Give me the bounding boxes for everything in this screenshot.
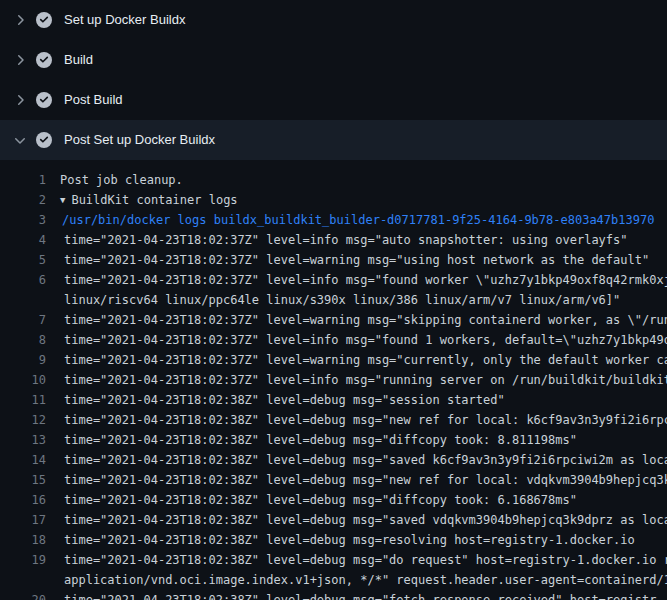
- line-number[interactable]: 10: [0, 370, 46, 390]
- line-number: [0, 290, 46, 310]
- log-line: 18time="2021-04-23T18:02:38Z" level=debu…: [0, 530, 667, 550]
- log-line: 5time="2021-04-23T18:02:37Z" level=warni…: [0, 250, 667, 270]
- log-line: 16time="2021-04-23T18:02:38Z" level=debu…: [0, 490, 667, 510]
- log-line: 6time="2021-04-23T18:02:37Z" level=info …: [0, 270, 667, 290]
- line-number[interactable]: 20: [0, 590, 46, 600]
- section-post-set-up-docker-buildx[interactable]: Post Set up Docker Buildx: [0, 120, 667, 160]
- section-set-up-docker-buildx[interactable]: Set up Docker Buildx: [0, 0, 667, 40]
- section-label: Post Set up Docker Buildx: [64, 132, 215, 148]
- log-group-label[interactable]: BuildKit container logs: [71, 190, 237, 210]
- success-check-icon: [36, 132, 52, 148]
- line-number[interactable]: 12: [0, 410, 46, 430]
- log-line: 7time="2021-04-23T18:02:37Z" level=warni…: [0, 310, 667, 330]
- line-number[interactable]: 4: [0, 230, 46, 250]
- section-build[interactable]: Build: [0, 40, 667, 80]
- log-text: time="2021-04-23T18:02:37Z" level=info m…: [60, 330, 667, 350]
- log-line: 3/usr/bin/docker logs buildx_buildkit_bu…: [0, 210, 667, 230]
- line-number[interactable]: 14: [0, 450, 46, 470]
- line-number[interactable]: 6: [0, 270, 46, 290]
- log-line: 1Post job cleanup.: [0, 170, 667, 190]
- line-number[interactable]: 17: [0, 510, 46, 530]
- log-text: Post job cleanup.: [60, 170, 183, 190]
- log-text: time="2021-04-23T18:02:38Z" level=debug …: [60, 590, 656, 600]
- log-line: 11time="2021-04-23T18:02:38Z" level=debu…: [0, 390, 667, 410]
- line-number[interactable]: 13: [0, 430, 46, 450]
- line-number[interactable]: 1: [0, 170, 46, 190]
- log-text: time="2021-04-23T18:02:37Z" level=info m…: [60, 230, 628, 250]
- log-line: 12time="2021-04-23T18:02:38Z" level=debu…: [0, 410, 667, 430]
- section-label: Build: [64, 52, 93, 68]
- log-line: 2▼BuildKit container logs: [0, 190, 667, 210]
- log-text: time="2021-04-23T18:02:38Z" level=debug …: [60, 450, 667, 470]
- log-text: time="2021-04-23T18:02:37Z" level=warnin…: [60, 350, 667, 370]
- line-number[interactable]: 16: [0, 490, 46, 510]
- workflow-log-viewer: Set up Docker Buildx Build Post Build Po…: [0, 0, 667, 600]
- chevron-down-icon[interactable]: [12, 132, 28, 148]
- line-number[interactable]: 7: [0, 310, 46, 330]
- log-text: time="2021-04-23T18:02:38Z" level=debug …: [60, 430, 577, 450]
- group-expanded-caret-icon[interactable]: ▼: [60, 190, 65, 210]
- log-line: linux/riscv64 linux/ppc64le linux/s390x …: [0, 290, 667, 310]
- log-text: time="2021-04-23T18:02:38Z" level=debug …: [60, 550, 667, 570]
- line-number: [0, 570, 46, 590]
- log-text: time="2021-04-23T18:02:38Z" level=debug …: [60, 390, 505, 410]
- line-number[interactable]: 15: [0, 470, 46, 490]
- log-command-text: /usr/bin/docker logs buildx_buildkit_bui…: [60, 210, 654, 230]
- chevron-right-icon[interactable]: [12, 92, 28, 108]
- log-text: time="2021-04-23T18:02:38Z" level=debug …: [60, 490, 577, 510]
- log-line: 9time="2021-04-23T18:02:37Z" level=warni…: [0, 350, 667, 370]
- log-text: time="2021-04-23T18:02:37Z" level=warnin…: [60, 310, 667, 330]
- log-text: time="2021-04-23T18:02:38Z" level=debug …: [60, 410, 667, 430]
- section-label: Post Build: [64, 92, 123, 108]
- line-number[interactable]: 11: [0, 390, 46, 410]
- log-line: 13time="2021-04-23T18:02:38Z" level=debu…: [0, 430, 667, 450]
- log-line: 14time="2021-04-23T18:02:38Z" level=debu…: [0, 450, 667, 470]
- log-line: 19time="2021-04-23T18:02:38Z" level=debu…: [0, 550, 667, 570]
- chevron-right-icon[interactable]: [12, 12, 28, 28]
- log-text: time="2021-04-23T18:02:38Z" level=debug …: [60, 470, 667, 490]
- success-check-icon: [36, 12, 52, 28]
- log-line: 4time="2021-04-23T18:02:37Z" level=info …: [0, 230, 667, 250]
- line-number[interactable]: 3: [0, 210, 46, 230]
- line-number[interactable]: 18: [0, 530, 46, 550]
- log-text: time="2021-04-23T18:02:37Z" level=info m…: [60, 370, 667, 390]
- log-text: time="2021-04-23T18:02:38Z" level=debug …: [60, 510, 667, 530]
- success-check-icon: [36, 92, 52, 108]
- line-number[interactable]: 2: [0, 190, 46, 210]
- log-line: 8time="2021-04-23T18:02:37Z" level=info …: [0, 330, 667, 350]
- section-label: Set up Docker Buildx: [64, 12, 185, 28]
- line-number[interactable]: 8: [0, 330, 46, 350]
- success-check-icon: [36, 52, 52, 68]
- log-text: time="2021-04-23T18:02:38Z" level=debug …: [60, 530, 635, 550]
- log-text: time="2021-04-23T18:02:37Z" level=info m…: [60, 270, 667, 290]
- line-number[interactable]: 5: [0, 250, 46, 270]
- log-line: 20time="2021-04-23T18:02:38Z" level=debu…: [0, 590, 667, 600]
- section-post-build[interactable]: Post Build: [0, 80, 667, 120]
- log-text: application/vnd.oci.image.index.v1+json,…: [60, 570, 667, 590]
- log-line: application/vnd.oci.image.index.v1+json,…: [0, 570, 667, 590]
- log-line: 10time="2021-04-23T18:02:37Z" level=info…: [0, 370, 667, 390]
- log-line: 15time="2021-04-23T18:02:38Z" level=debu…: [0, 470, 667, 490]
- line-number[interactable]: 19: [0, 550, 46, 570]
- chevron-right-icon[interactable]: [12, 52, 28, 68]
- line-number[interactable]: 9: [0, 350, 46, 370]
- log-lines: 1Post job cleanup.2▼BuildKit container l…: [0, 160, 667, 600]
- log-text: time="2021-04-23T18:02:37Z" level=warnin…: [60, 250, 649, 270]
- log-line: 17time="2021-04-23T18:02:38Z" level=debu…: [0, 510, 667, 530]
- log-text: linux/riscv64 linux/ppc64le linux/s390x …: [60, 290, 620, 310]
